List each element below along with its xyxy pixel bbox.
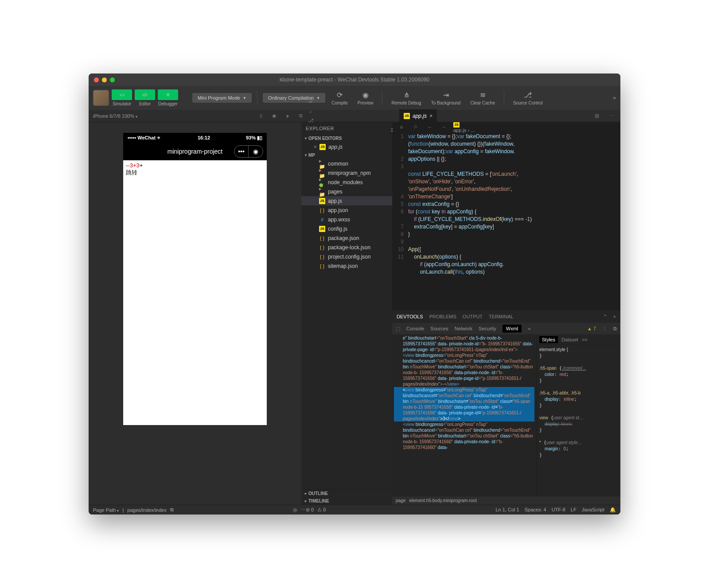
minimize-icon[interactable] bbox=[102, 77, 107, 82]
tab-console[interactable]: Console bbox=[406, 326, 424, 331]
wxml-tree[interactable]: e" bindtouchstart="onTouchStart" cla 5-d… bbox=[392, 334, 536, 496]
tab-wxml[interactable]: Wxml bbox=[503, 325, 522, 333]
file-tree-item[interactable]: { }project.config.json bbox=[301, 252, 392, 261]
branch-icon[interactable]: ⎇ bbox=[306, 116, 316, 126]
split-icon[interactable]: ▥ bbox=[592, 111, 602, 121]
tab-styles[interactable]: Styles bbox=[539, 336, 558, 343]
dock-icon[interactable]: ⧉ bbox=[613, 326, 617, 332]
close-icon[interactable]: × bbox=[613, 314, 616, 319]
open-editor-item[interactable]: ×JSapp.js bbox=[301, 142, 392, 151]
eye-icon[interactable]: ◎ bbox=[293, 507, 297, 513]
devtools-tabs: DEVTOOLS PROBLEMS OUTPUT TERMINAL ⌃ × bbox=[392, 310, 620, 323]
warning-count[interactable]: ⚠ 0 bbox=[317, 507, 326, 513]
tab-sources[interactable]: Sources bbox=[430, 326, 448, 331]
page-path[interactable]: pages/index/index bbox=[127, 507, 167, 513]
more-icon[interactable]: ⋯ bbox=[301, 507, 306, 513]
source-control-button[interactable]: ⎇Source Control bbox=[510, 91, 546, 105]
file-tree-item[interactable]: ▸ 📁pages bbox=[301, 187, 392, 196]
breadcrumb-item[interactable]: element.h5-body.miniprogram-root bbox=[409, 498, 477, 503]
open-editors-section[interactable]: ▾OPEN EDITORS bbox=[301, 135, 392, 142]
tab-devtools[interactable]: DEVTOOLS bbox=[397, 314, 423, 319]
indent-info[interactable]: Spaces: 4 bbox=[525, 507, 546, 513]
title-bar: kbone-template-preact - WeChat Devtools … bbox=[89, 74, 620, 86]
phone-content[interactable]: --3+3+ 跳转 bbox=[123, 160, 267, 425]
mute-icon[interactable]: 🕨 bbox=[283, 111, 292, 121]
file-tree-item[interactable]: JSapp.js bbox=[301, 196, 392, 205]
file-tree-item[interactable]: ▸ 📁miniprogram_npm bbox=[301, 168, 392, 178]
tab-terminal[interactable]: TERMINAL bbox=[489, 314, 514, 319]
record-icon[interactable]: ◉ bbox=[269, 111, 279, 121]
devtools-breadcrumb: page element.h5-body.miniprogram-root bbox=[392, 496, 620, 505]
root-folder[interactable]: ▾MP bbox=[301, 151, 392, 159]
tab-problems[interactable]: PROBLEMS bbox=[429, 314, 456, 319]
encoding[interactable]: UTF-8 bbox=[552, 507, 565, 513]
refresh-icon[interactable]: ↧ bbox=[387, 126, 397, 135]
copy-icon[interactable]: ⧉ bbox=[170, 507, 174, 513]
close-icon[interactable] bbox=[94, 77, 99, 82]
file-tree-item[interactable]: ▸ ⬢node_modules bbox=[301, 178, 392, 187]
app-window: kbone-template-preact - WeChat Devtools … bbox=[89, 74, 620, 514]
cursor-position[interactable]: Ln 1, Col 1 bbox=[496, 507, 519, 513]
error-count[interactable]: ⊘ 0 bbox=[306, 507, 314, 513]
traffic-lights bbox=[94, 77, 115, 82]
bell-icon[interactable]: 🔔 bbox=[610, 507, 616, 513]
file-tree-item[interactable]: { }package-lock.json bbox=[301, 243, 392, 252]
search-icon[interactable]: ⌕ bbox=[306, 106, 316, 116]
tab-more[interactable]: >> bbox=[582, 337, 588, 342]
editor-panel: ≡ ⚐ ← → JS app.js › ... 1234567891011 va… bbox=[392, 122, 620, 505]
copy-icon[interactable]: ⧉ bbox=[296, 111, 306, 121]
tab-output[interactable]: OUTPUT bbox=[463, 314, 483, 319]
close-icon[interactable]: × bbox=[429, 113, 432, 119]
content-link[interactable]: 跳转 bbox=[126, 169, 264, 177]
tab-network[interactable]: Network bbox=[455, 326, 472, 331]
more-icon[interactable]: » bbox=[613, 95, 616, 101]
file-tree-item[interactable]: { }sitemap.json bbox=[301, 261, 392, 271]
clear-cache-button[interactable]: ≋Clear Cache bbox=[467, 91, 499, 105]
timeline-section[interactable]: ▸TIMELINE bbox=[301, 497, 392, 505]
warning-badge[interactable]: ▲ 7 bbox=[587, 326, 596, 331]
phone-nav-bar: miniprogram-project ••• ◉ bbox=[123, 143, 267, 160]
back-icon[interactable]: ← bbox=[425, 122, 435, 132]
device-selector[interactable]: iPhone 6/7/8 100% ▾ bbox=[93, 113, 137, 119]
capsule-more-icon[interactable]: ••• bbox=[234, 146, 249, 157]
breadcrumb[interactable]: JS app.js › ... bbox=[453, 122, 475, 133]
page-title: miniprogram-project bbox=[168, 148, 222, 155]
language[interactable]: JavaScript bbox=[582, 507, 604, 513]
eol[interactable]: LF bbox=[571, 507, 577, 513]
maximize-icon[interactable] bbox=[110, 77, 115, 82]
debugger-button[interactable]: ≡ bbox=[158, 89, 178, 100]
outline-section[interactable]: ▸OUTLINE bbox=[301, 490, 392, 497]
avatar[interactable] bbox=[93, 90, 109, 106]
page-path-label[interactable]: Page Path ▾ bbox=[93, 507, 119, 513]
editor-button[interactable]: ‹/› bbox=[135, 89, 155, 100]
inspect-icon[interactable]: ⬚ bbox=[396, 326, 400, 332]
file-tree-item[interactable]: #app.wxss bbox=[301, 215, 392, 224]
window-title: kbone-template-preact - WeChat Devtools … bbox=[280, 77, 429, 83]
bookmark-icon[interactable]: ⚐ bbox=[411, 122, 421, 132]
file-tree-item[interactable]: ▸ 📁common bbox=[301, 159, 392, 168]
device-icon[interactable]: ▯ bbox=[256, 111, 266, 121]
tab-security[interactable]: Security bbox=[479, 326, 496, 331]
breadcrumb-item[interactable]: page bbox=[396, 498, 405, 503]
explorer-panel: EXPLORER ▾OPEN EDITORS ×JSapp.js ▾MP ▸ 📁… bbox=[301, 122, 392, 505]
file-tree-item[interactable]: { }package.json bbox=[301, 233, 392, 243]
more-tabs-icon[interactable]: » bbox=[528, 326, 530, 331]
list-icon[interactable]: ☰ bbox=[306, 97, 316, 106]
devtools-inner-tabs: ⬚ Console Sources Network Security Wxml … bbox=[392, 323, 620, 334]
to-background-button[interactable]: ⇥To Background bbox=[428, 91, 464, 105]
more-icon[interactable]: ⋯ bbox=[606, 111, 616, 121]
file-tree-item[interactable]: { }app.json bbox=[301, 205, 392, 215]
file-tree-item[interactable]: JSconfig.js bbox=[301, 224, 392, 233]
tab-dataset[interactable]: Dataset bbox=[561, 337, 578, 342]
forward-icon[interactable]: → bbox=[439, 122, 449, 132]
styles-body[interactable]: element.style {} .h5-span {./common/... … bbox=[537, 345, 620, 496]
chevron-up-icon[interactable]: ⌃ bbox=[603, 314, 607, 320]
simulator-button[interactable]: ▭ bbox=[112, 89, 132, 100]
kebab-icon[interactable]: ⋮ bbox=[602, 326, 607, 332]
code-editor[interactable]: 1234567891011 var fakeWindow = {};var fa… bbox=[392, 132, 620, 310]
list-icon[interactable]: ≡ bbox=[397, 122, 406, 132]
mode-dropdown[interactable]: Mini Program Mode▼ bbox=[192, 93, 252, 103]
capsule-menu: ••• ◉ bbox=[234, 145, 263, 158]
capsule-close-icon[interactable]: ◉ bbox=[249, 146, 263, 157]
editor-tab-app-js[interactable]: JS app.js × bbox=[399, 109, 437, 123]
